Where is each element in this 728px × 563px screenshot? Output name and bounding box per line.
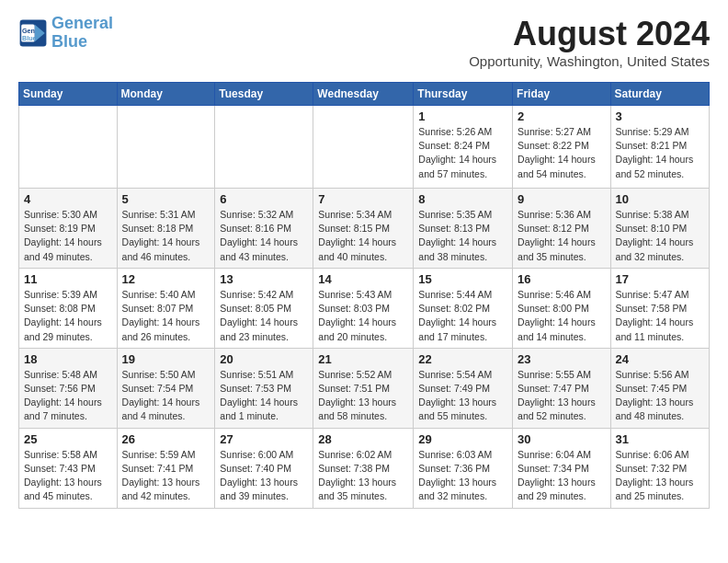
calendar-cell: 2Sunrise: 5:27 AMSunset: 8:22 PMDaylight…	[513, 106, 611, 189]
header-wednesday: Wednesday	[313, 83, 414, 106]
header-sunday: Sunday	[19, 83, 118, 106]
day-info: Sunrise: 5:44 AMSunset: 8:02 PMDaylight:…	[418, 288, 507, 344]
calendar-header: SundayMondayTuesdayWednesdayThursdayFrid…	[19, 83, 710, 106]
logo-icon: Gen Blue	[18, 18, 48, 48]
calendar-cell	[313, 106, 414, 189]
day-info: Sunrise: 5:32 AMSunset: 8:16 PMDaylight:…	[220, 208, 308, 264]
day-number: 3	[616, 109, 704, 123]
day-info: Sunrise: 5:38 AMSunset: 8:10 PMDaylight:…	[616, 208, 704, 264]
calendar-cell: 18Sunrise: 5:48 AMSunset: 7:56 PMDayligh…	[19, 348, 118, 428]
day-info: Sunrise: 5:46 AMSunset: 8:00 PMDaylight:…	[518, 288, 606, 344]
calendar-cell: 27Sunrise: 6:00 AMSunset: 7:40 PMDayligh…	[215, 428, 313, 508]
calendar-cell: 14Sunrise: 5:43 AMSunset: 8:03 PMDayligh…	[313, 268, 414, 348]
day-number: 1	[418, 109, 507, 123]
calendar-cell: 15Sunrise: 5:44 AMSunset: 8:02 PMDayligh…	[414, 268, 513, 348]
header-friday: Friday	[513, 83, 611, 106]
calendar-cell: 30Sunrise: 6:04 AMSunset: 7:34 PMDayligh…	[513, 428, 611, 508]
day-info: Sunrise: 6:04 AMSunset: 7:34 PMDaylight:…	[518, 448, 606, 504]
day-info: Sunrise: 5:35 AMSunset: 8:13 PMDaylight:…	[418, 208, 507, 264]
calendar-cell: 31Sunrise: 6:06 AMSunset: 7:32 PMDayligh…	[610, 428, 709, 508]
header-tuesday: Tuesday	[215, 83, 313, 106]
day-info: Sunrise: 5:40 AMSunset: 8:07 PMDaylight:…	[122, 288, 210, 344]
day-number: 14	[318, 272, 408, 286]
day-number: 24	[616, 352, 704, 366]
day-info: Sunrise: 5:56 AMSunset: 7:45 PMDaylight:…	[616, 368, 704, 424]
calendar-cell	[117, 106, 215, 189]
calendar-cell: 3Sunrise: 5:29 AMSunset: 8:21 PMDaylight…	[610, 106, 709, 189]
day-number: 18	[24, 352, 112, 366]
day-info: Sunrise: 5:34 AMSunset: 8:15 PMDaylight:…	[318, 208, 408, 264]
calendar-cell: 5Sunrise: 5:31 AMSunset: 8:18 PMDaylight…	[117, 189, 215, 269]
subtitle: Opportunity, Washington, United States	[469, 53, 710, 69]
day-number: 27	[220, 432, 308, 446]
calendar-cell: 10Sunrise: 5:38 AMSunset: 8:10 PMDayligh…	[610, 189, 709, 269]
calendar-cell: 7Sunrise: 5:34 AMSunset: 8:15 PMDaylight…	[313, 189, 414, 269]
calendar-cell: 28Sunrise: 6:02 AMSunset: 7:38 PMDayligh…	[313, 428, 414, 508]
day-info: Sunrise: 5:50 AMSunset: 7:54 PMDaylight:…	[122, 368, 210, 424]
calendar-cell: 16Sunrise: 5:46 AMSunset: 8:00 PMDayligh…	[513, 268, 611, 348]
day-number: 16	[518, 272, 606, 286]
day-info: Sunrise: 5:54 AMSunset: 7:49 PMDaylight:…	[418, 368, 507, 424]
calendar-week-1: 1Sunrise: 5:26 AMSunset: 8:24 PMDaylight…	[19, 106, 710, 189]
calendar-cell: 1Sunrise: 5:26 AMSunset: 8:24 PMDaylight…	[414, 106, 513, 189]
day-number: 4	[24, 192, 112, 206]
day-info: Sunrise: 5:59 AMSunset: 7:41 PMDaylight:…	[122, 448, 210, 504]
calendar-week-2: 4Sunrise: 5:30 AMSunset: 8:19 PMDaylight…	[19, 189, 710, 269]
day-number: 7	[318, 192, 408, 206]
logo: Gen Blue General Blue	[18, 15, 113, 52]
calendar-body: 1Sunrise: 5:26 AMSunset: 8:24 PMDaylight…	[19, 106, 710, 509]
calendar-cell: 12Sunrise: 5:40 AMSunset: 8:07 PMDayligh…	[117, 268, 215, 348]
day-number: 26	[122, 432, 210, 446]
calendar-cell: 8Sunrise: 5:35 AMSunset: 8:13 PMDaylight…	[414, 189, 513, 269]
day-number: 11	[24, 272, 112, 286]
day-info: Sunrise: 5:29 AMSunset: 8:21 PMDaylight:…	[616, 125, 704, 181]
day-number: 29	[418, 432, 507, 446]
day-number: 23	[518, 352, 606, 366]
calendar-cell: 22Sunrise: 5:54 AMSunset: 7:49 PMDayligh…	[414, 348, 513, 428]
day-info: Sunrise: 5:42 AMSunset: 8:05 PMDaylight:…	[220, 288, 308, 344]
day-info: Sunrise: 5:47 AMSunset: 7:58 PMDaylight:…	[616, 288, 704, 344]
calendar-cell: 26Sunrise: 5:59 AMSunset: 7:41 PMDayligh…	[117, 428, 215, 508]
day-info: Sunrise: 5:36 AMSunset: 8:12 PMDaylight:…	[518, 208, 606, 264]
calendar-cell	[215, 106, 313, 189]
header-monday: Monday	[117, 83, 215, 106]
day-number: 5	[122, 192, 210, 206]
day-number: 22	[418, 352, 507, 366]
day-number: 20	[220, 352, 308, 366]
day-info: Sunrise: 5:55 AMSunset: 7:47 PMDaylight:…	[518, 368, 606, 424]
calendar-week-5: 25Sunrise: 5:58 AMSunset: 7:43 PMDayligh…	[19, 428, 710, 508]
day-info: Sunrise: 5:27 AMSunset: 8:22 PMDaylight:…	[518, 125, 606, 181]
day-info: Sunrise: 5:52 AMSunset: 7:51 PMDaylight:…	[318, 368, 408, 424]
header-saturday: Saturday	[610, 83, 709, 106]
calendar-cell: 4Sunrise: 5:30 AMSunset: 8:19 PMDaylight…	[19, 189, 118, 269]
calendar-cell: 24Sunrise: 5:56 AMSunset: 7:45 PMDayligh…	[610, 348, 709, 428]
day-info: Sunrise: 5:26 AMSunset: 8:24 PMDaylight:…	[418, 125, 507, 181]
day-info: Sunrise: 5:48 AMSunset: 7:56 PMDaylight:…	[24, 368, 112, 424]
calendar-cell: 21Sunrise: 5:52 AMSunset: 7:51 PMDayligh…	[313, 348, 414, 428]
day-number: 28	[318, 432, 408, 446]
logo-text: General Blue	[51, 15, 113, 52]
day-info: Sunrise: 6:00 AMSunset: 7:40 PMDaylight:…	[220, 448, 308, 504]
day-info: Sunrise: 5:31 AMSunset: 8:18 PMDaylight:…	[122, 208, 210, 264]
day-number: 31	[616, 432, 704, 446]
day-number: 10	[616, 192, 704, 206]
day-number: 19	[122, 352, 210, 366]
calendar-cell: 20Sunrise: 5:51 AMSunset: 7:53 PMDayligh…	[215, 348, 313, 428]
calendar-cell: 13Sunrise: 5:42 AMSunset: 8:05 PMDayligh…	[215, 268, 313, 348]
day-number: 21	[318, 352, 408, 366]
day-number: 17	[616, 272, 704, 286]
day-info: Sunrise: 6:02 AMSunset: 7:38 PMDaylight:…	[318, 448, 408, 504]
day-info: Sunrise: 6:03 AMSunset: 7:36 PMDaylight:…	[418, 448, 507, 504]
calendar-cell	[19, 106, 118, 189]
calendar-cell: 19Sunrise: 5:50 AMSunset: 7:54 PMDayligh…	[117, 348, 215, 428]
day-info: Sunrise: 5:58 AMSunset: 7:43 PMDaylight:…	[24, 448, 112, 504]
day-number: 15	[418, 272, 507, 286]
day-number: 13	[220, 272, 308, 286]
calendar-cell: 11Sunrise: 5:39 AMSunset: 8:08 PMDayligh…	[19, 268, 118, 348]
svg-text:Blue: Blue	[22, 34, 37, 42]
day-info: Sunrise: 5:51 AMSunset: 7:53 PMDaylight:…	[220, 368, 308, 424]
calendar-cell: 25Sunrise: 5:58 AMSunset: 7:43 PMDayligh…	[19, 428, 118, 508]
calendar-cell: 6Sunrise: 5:32 AMSunset: 8:16 PMDaylight…	[215, 189, 313, 269]
day-number: 8	[418, 192, 507, 206]
month-title: August 2024	[469, 15, 710, 53]
